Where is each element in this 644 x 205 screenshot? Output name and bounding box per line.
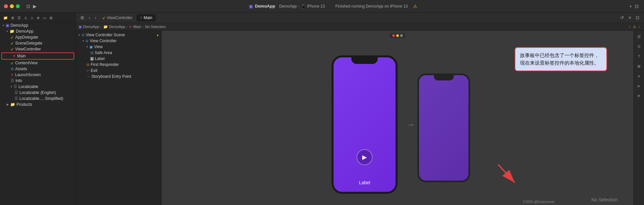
insp-help-btn[interactable]: ?: [635, 52, 643, 60]
phone-label: Label: [359, 180, 370, 185]
grid-view-button[interactable]: ⊞: [79, 14, 86, 21]
scene-item-label[interactable]: L Label: [76, 56, 161, 62]
canvas-area: ▶ Label → 故事板中已经包含了一个标签控件，现在来设置标签控件的本地化属…: [162, 31, 633, 205]
nav-toolbar: 📁 ⊞ ☰ ⚠ ◇ ⊛ ▭ ⊞: [0, 14, 76, 22]
close-button[interactable]: [4, 4, 8, 8]
minimize-button[interactable]: [10, 4, 14, 8]
scene-label: Exit: [91, 68, 97, 73]
insp-size-btn[interactable]: ≡: [635, 72, 643, 80]
storyboard-container: ▾ ⊙ View Controller Scene ● ▾ ⊙ View Con…: [76, 31, 644, 205]
traffic-lights: [4, 4, 20, 8]
nav-item-localizable-group[interactable]: ▾ ☰ Localizable: [0, 84, 76, 90]
nav-icon-search[interactable]: ⊞: [11, 15, 15, 21]
nav-item-info[interactable]: ☰ Info: [0, 78, 76, 84]
scene-label: Safe Area: [95, 50, 112, 55]
phone-notch-secondary: [434, 75, 454, 80]
inspector-button[interactable]: ⊡: [634, 14, 641, 21]
nav-item-scenedelegate[interactable]: ↙ SceneDelegate: [0, 40, 76, 46]
window-button[interactable]: ⊡: [633, 3, 640, 10]
nav-icon-diamond[interactable]: ◇: [30, 15, 34, 21]
editor-area: ⊞ ‹ › ↙ ViewController ✕ Main ↺ ≡ ⊡ ▣ De…: [76, 13, 644, 205]
nav-icon-warning[interactable]: ⚠: [23, 15, 28, 21]
editor-tabs: ⊞ ‹ › ↙ ViewController ✕ Main ↺ ≡ ⊡: [76, 13, 644, 23]
callout-box: 故事板中已经包含了一个标签控件，现在来设置标签控件的本地化属性。: [515, 47, 607, 71]
scene-item-exit[interactable]: ↩ Exit: [76, 68, 161, 73]
nav-icon-rect[interactable]: ▭: [42, 15, 47, 21]
nav-item-demoapp-root[interactable]: ▾ ▣ DemoApp: [0, 22, 76, 28]
sidebar-toggle-button[interactable]: ⊡: [25, 3, 32, 10]
bc-item-noselection[interactable]: No Selection: [145, 25, 166, 29]
bc-item-main[interactable]: Main: [133, 25, 141, 29]
bc-nav-next[interactable]: ›: [637, 24, 641, 29]
scene-item-vc-scene[interactable]: ▾ ⊙ View Controller Scene ●: [76, 32, 161, 38]
nav-icon-grid[interactable]: ⊞: [49, 15, 53, 21]
insp-identity-btn[interactable]: ⟳: [635, 92, 643, 100]
tab-viewcontroller[interactable]: ↙ ViewController: [99, 14, 136, 21]
nav-item-viewcontroller[interactable]: ↙ ViewController: [0, 46, 76, 52]
nav-item-localizable-en[interactable]: ☰ Localizable (English): [0, 90, 76, 96]
insp-file-btn[interactable]: ☰: [635, 33, 643, 41]
insp-connections-btn[interactable]: ⊳: [635, 82, 643, 90]
nav-item-localizable-zh[interactable]: ☰ Localizable..., Simplified): [0, 96, 76, 102]
insp-attr-btn[interactable]: ⊞: [635, 62, 643, 70]
nav-item-main[interactable]: ✕ Main: [2, 53, 74, 59]
phone-mockup-secondary: [417, 73, 470, 182]
nav-item-contentview[interactable]: ↙ ContentView: [0, 60, 76, 66]
bc-warning-icon: ⚠: [633, 25, 636, 29]
layout-button[interactable]: ≡: [627, 14, 633, 21]
refresh-button[interactable]: ↺: [618, 14, 626, 21]
prev-button[interactable]: ‹: [87, 14, 92, 21]
swift-icon: ↙: [11, 41, 14, 45]
nav-item-main-wrapper: ✕ Main: [1, 52, 74, 60]
nav-label: SceneDelegate: [15, 41, 42, 45]
tab-close-icon[interactable]: ✕: [140, 16, 143, 19]
swift-icon: ↙: [11, 47, 14, 51]
warning-icon: ⚠: [413, 4, 417, 9]
nav-label: DemoApp: [16, 29, 33, 34]
nav-icon-folder[interactable]: 📁: [3, 15, 9, 21]
folder-icon: 📁: [10, 102, 15, 107]
breadcrumb-device: iPhone 13: [307, 4, 325, 9]
nav-item-products[interactable]: ▶ 📁 No Selection Products: [0, 102, 76, 107]
scene-label: Storyboard Entry Point: [91, 74, 131, 79]
nav-item-assets[interactable]: ⊙ Assets: [0, 66, 76, 72]
scene-label: First Responder: [91, 62, 119, 67]
device-icon: 📱: [301, 4, 306, 9]
insp-history-btn[interactable]: ①: [635, 43, 643, 50]
play-button[interactable]: ▶: [356, 149, 373, 165]
assets-icon: ⊙: [11, 67, 14, 71]
safearea-icon: ⊡: [90, 51, 93, 55]
nav-label: DemoApp: [11, 23, 28, 28]
breadcrumb-bar: ▣ DemoApp › 📁 DemoApp › ✕ Main › No Sele…: [76, 23, 644, 31]
nav-item-appdelegate[interactable]: ↙ AppDelegate: [0, 34, 76, 40]
strings-icon: ☰: [15, 96, 18, 101]
bc-item-demoapp[interactable]: DemoApp: [83, 25, 99, 29]
title-bar-center: ▣ DemoApp DemoApp › 📱 iPhone 13 Finished…: [38, 4, 628, 9]
run-button[interactable]: ▶: [32, 3, 38, 10]
svg-line-1: [498, 164, 515, 183]
tab-label: Main: [144, 15, 152, 20]
scene-item-view[interactable]: ▾ ▣ View: [76, 44, 161, 50]
add-button[interactable]: +: [628, 3, 633, 10]
vc-scene-icon: ⊙: [81, 33, 84, 37]
next-button[interactable]: ›: [93, 14, 98, 21]
callout-text: 故事板中已经包含了一个标签控件，现在来设置标签控件的本地化属性。: [520, 52, 599, 66]
scene-item-vc[interactable]: ▾ ⊙ View Controller: [76, 38, 161, 44]
localizable-icon: ☰: [14, 84, 17, 89]
dot-grey: [400, 34, 403, 37]
nav-item-launchscreen[interactable]: ✕ LaunchScreen: [0, 72, 76, 78]
nav-item-demoapp-group[interactable]: ▾ 📁 DemoApp: [0, 28, 76, 34]
nav-icon-list[interactable]: ☰: [17, 15, 21, 21]
scene-item-safearea[interactable]: ⊡ Safe Area: [76, 50, 161, 56]
bc-nav-prev[interactable]: ‹: [628, 24, 632, 29]
chevron-down-icon: ▾: [86, 45, 88, 48]
maximize-button[interactable]: [16, 4, 20, 8]
nav-icon-git[interactable]: ⊛: [36, 15, 40, 21]
nav-label: Info: [16, 78, 22, 83]
project-icon: ▣: [6, 23, 9, 28]
phone-notch: [351, 57, 378, 64]
scene-item-first-responder[interactable]: ⊙ First Responder: [76, 62, 161, 68]
scene-item-storyboard-entry[interactable]: → Storyboard Entry Point: [76, 73, 161, 79]
bc-item-demoapp2[interactable]: DemoApp: [109, 25, 125, 29]
tab-main[interactable]: ✕ Main: [137, 14, 156, 21]
